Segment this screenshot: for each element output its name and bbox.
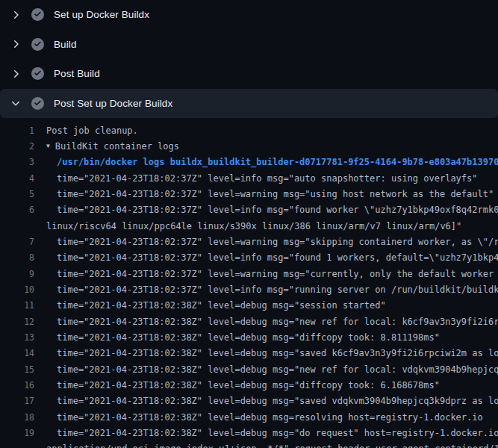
line-number[interactable]: 1 bbox=[0, 125, 34, 136]
log-text: time="2021-04-23T18:02:38Z" level=debug … bbox=[57, 332, 440, 343]
line-number[interactable]: 7 bbox=[0, 237, 34, 247]
log-text: time="2021-04-23T18:02:37Z" level=info m… bbox=[57, 284, 498, 295]
line-number[interactable]: 5 bbox=[0, 189, 34, 199]
log-text: time="2021-04-23T18:02:37Z" level=info m… bbox=[57, 173, 478, 184]
log-text: time="2021-04-23T18:02:38Z" level=debug … bbox=[57, 317, 498, 327]
log-text: time="2021-04-23T18:02:37Z" level=info m… bbox=[57, 252, 498, 263]
line-number[interactable]: 16 bbox=[0, 380, 34, 391]
step-row-post-set-up-docker-buildx[interactable]: Post Set up Docker Buildx bbox=[0, 89, 498, 119]
log-line-wrap: application/vnd.oci.image.index.v1+json,… bbox=[0, 441, 498, 448]
line-number[interactable]: 10 bbox=[0, 284, 34, 295]
chevron-right-icon[interactable] bbox=[10, 9, 22, 21]
check-circle-icon bbox=[31, 67, 44, 80]
line-number[interactable]: 6 bbox=[0, 205, 34, 215]
line-number[interactable]: 11 bbox=[0, 300, 34, 311]
line-number[interactable]: 15 bbox=[0, 364, 34, 375]
log-line: 5time="2021-04-23T18:02:37Z" level=warni… bbox=[0, 186, 498, 202]
log-group-label: BuildKit container logs bbox=[55, 141, 179, 152]
log-line: 18time="2021-04-23T18:02:38Z" level=debu… bbox=[0, 409, 498, 425]
log-line: 12time="2021-04-23T18:02:38Z" level=debu… bbox=[0, 314, 498, 329]
step-title: Post Set up Docker Buildx bbox=[54, 98, 172, 109]
log-line: 3/usr/bin/docker logs buildx_buildkit_bu… bbox=[0, 155, 498, 170]
log-line: 7time="2021-04-23T18:02:37Z" level=warni… bbox=[0, 234, 498, 249]
log-text: application/vnd.oci.image.index.v1+json,… bbox=[46, 444, 498, 448]
log-line-wrap: linux/riscv64 linux/ppc64le linux/s390x … bbox=[0, 218, 498, 234]
log-text: time="2021-04-23T18:02:37Z" level=info m… bbox=[57, 205, 498, 215]
log-text: time="2021-04-23T18:02:37Z" level=warnin… bbox=[57, 237, 498, 247]
log-text: time="2021-04-23T18:02:38Z" level=debug … bbox=[57, 300, 386, 311]
step-title: Set up Docker Buildx bbox=[54, 9, 149, 20]
log-line: 10time="2021-04-23T18:02:37Z" level=info… bbox=[0, 281, 498, 297]
step-row-build[interactable]: Build bbox=[0, 30, 498, 60]
log-text: time="2021-04-23T18:02:38Z" level=debug … bbox=[57, 428, 498, 438]
chevron-down-icon[interactable] bbox=[10, 97, 22, 109]
log-viewer: 1Post job cleanup.2▼BuildKit container l… bbox=[0, 118, 498, 448]
line-number[interactable]: 2 bbox=[0, 141, 34, 152]
log-line: 17time="2021-04-23T18:02:38Z" level=debu… bbox=[0, 393, 498, 409]
line-number[interactable]: 12 bbox=[0, 317, 34, 327]
log-line: 11time="2021-04-23T18:02:38Z" level=debu… bbox=[0, 298, 498, 314]
log-line: 2▼BuildKit container logs bbox=[0, 138, 498, 154]
line-number[interactable]: 13 bbox=[0, 332, 34, 343]
chevron-right-icon[interactable] bbox=[10, 68, 22, 80]
log-line: 1Post job cleanup. bbox=[0, 122, 498, 138]
log-text: time="2021-04-23T18:02:37Z" level=warnin… bbox=[57, 269, 498, 279]
line-number[interactable]: 3 bbox=[0, 157, 34, 167]
line-number[interactable]: 4 bbox=[0, 173, 34, 184]
log-text: linux/riscv64 linux/ppc64le linux/s390x … bbox=[46, 221, 461, 231]
triangle-down-icon: ▼ bbox=[46, 143, 50, 149]
step-title: Build bbox=[54, 39, 77, 50]
step-row-set-up-docker-buildx[interactable]: Set up Docker Buildx bbox=[0, 0, 498, 30]
log-text: Post job cleanup. bbox=[46, 125, 138, 136]
log-line: 15time="2021-04-23T18:02:38Z" level=debu… bbox=[0, 361, 498, 377]
log-line: 4time="2021-04-23T18:02:37Z" level=info … bbox=[0, 170, 498, 186]
line-number[interactable]: 18 bbox=[0, 412, 34, 423]
command-text: /usr/bin/docker logs buildx_buildkit_bui… bbox=[57, 157, 498, 167]
log-text: time="2021-04-23T18:02:38Z" level=debug … bbox=[57, 380, 440, 391]
log-line: 6time="2021-04-23T18:02:37Z" level=info … bbox=[0, 202, 498, 218]
log-text: time="2021-04-23T18:02:38Z" level=debug … bbox=[57, 364, 498, 375]
line-number[interactable]: 17 bbox=[0, 396, 34, 406]
log-text: time="2021-04-23T18:02:38Z" level=debug … bbox=[57, 412, 483, 423]
check-circle-icon bbox=[31, 97, 44, 110]
chevron-right-icon[interactable] bbox=[10, 38, 22, 50]
log-line: 8time="2021-04-23T18:02:37Z" level=info … bbox=[0, 250, 498, 266]
log-text: time="2021-04-23T18:02:37Z" level=warnin… bbox=[57, 189, 494, 199]
line-number[interactable]: 9 bbox=[0, 269, 34, 279]
check-circle-icon bbox=[31, 8, 44, 21]
step-title: Post Build bbox=[54, 68, 100, 79]
line-number[interactable]: 19 bbox=[0, 428, 34, 438]
step-list: Set up Docker BuildxBuildPost BuildPost … bbox=[0, 0, 498, 118]
log-text: time="2021-04-23T18:02:38Z" level=debug … bbox=[57, 396, 498, 406]
log-line: 19time="2021-04-23T18:02:38Z" level=debu… bbox=[0, 425, 498, 441]
line-number[interactable]: 8 bbox=[0, 252, 34, 263]
log-line: 16time="2021-04-23T18:02:38Z" level=debu… bbox=[0, 377, 498, 393]
log-line: 13time="2021-04-23T18:02:38Z" level=debu… bbox=[0, 329, 498, 345]
log-group-toggle[interactable]: ▼BuildKit container logs bbox=[46, 141, 179, 152]
log-line: 9time="2021-04-23T18:02:37Z" level=warni… bbox=[0, 266, 498, 281]
step-row-post-build[interactable]: Post Build bbox=[0, 59, 498, 89]
log-line: 14time="2021-04-23T18:02:38Z" level=debu… bbox=[0, 346, 498, 361]
line-number[interactable]: 14 bbox=[0, 348, 34, 358]
log-text: time="2021-04-23T18:02:38Z" level=debug … bbox=[57, 348, 498, 358]
check-circle-icon bbox=[31, 38, 44, 51]
